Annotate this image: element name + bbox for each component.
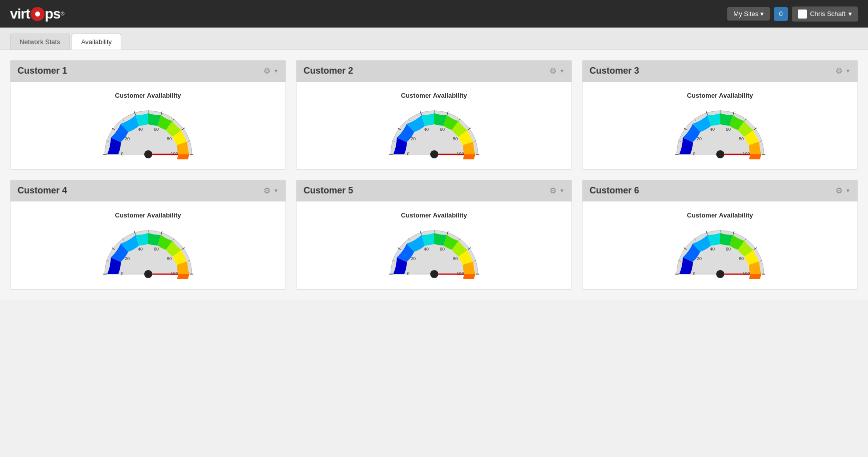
gauge-title-5: Customer Availability xyxy=(401,211,467,219)
panel-body-5: Customer Availability 020406080100 xyxy=(297,201,571,289)
gauge-4: 020406080100 xyxy=(98,224,198,279)
gauge-2: 020406080100 xyxy=(384,104,484,159)
logo-text: virt xyxy=(10,6,30,22)
svg-text:60: 60 xyxy=(154,127,159,132)
header-right: My Sites ▾ 0 Chris Schaft ▾ xyxy=(727,7,858,22)
panel-title-3: Customer 3 xyxy=(590,66,639,76)
panel-body-4: Customer Availability 020406080100 xyxy=(11,201,285,289)
svg-text:20: 20 xyxy=(124,136,129,141)
panel-controls-1: ⚙ ▼ xyxy=(263,66,278,76)
gear-icon-1[interactable]: ⚙ xyxy=(263,66,270,76)
svg-text:80: 80 xyxy=(453,136,458,141)
svg-text:80: 80 xyxy=(167,256,172,261)
panel-body-3: Customer Availability 020406080100 xyxy=(583,82,857,169)
customer-panel-1: Customer 1 ⚙ ▼ Customer Availability 020… xyxy=(10,60,286,170)
panel-title-1: Customer 1 xyxy=(18,66,67,76)
gear-icon-3[interactable]: ⚙ xyxy=(835,66,842,76)
svg-text:0: 0 xyxy=(693,151,695,156)
customer-panel-3: Customer 3 ⚙ ▼ Customer Availability 020… xyxy=(582,60,858,170)
panel-header-2: Customer 2 ⚙ ▼ xyxy=(297,61,571,82)
svg-text:0: 0 xyxy=(693,271,695,276)
svg-text:60: 60 xyxy=(440,127,445,132)
dropdown-arrow-4[interactable]: ▼ xyxy=(273,188,278,193)
panel-body-1: Customer Availability 020406080100 xyxy=(11,82,285,169)
dropdown-arrow-2[interactable]: ▼ xyxy=(559,68,564,74)
customer-panel-2: Customer 2 ⚙ ▼ Customer Availability 020… xyxy=(296,60,572,170)
gauge-1: 020406080100 xyxy=(98,104,198,159)
panel-body-6: Customer Availability 020406080100 xyxy=(583,201,857,289)
svg-point-18 xyxy=(144,150,152,158)
gear-icon-5[interactable]: ⚙ xyxy=(549,186,556,195)
notification-count: 0 xyxy=(779,10,783,18)
svg-text:0: 0 xyxy=(407,271,409,276)
logo: virt ps ® xyxy=(10,6,65,22)
gear-icon-2[interactable]: ⚙ xyxy=(549,66,556,76)
user-name: Chris Schaft xyxy=(810,10,845,18)
gear-icon-6[interactable]: ⚙ xyxy=(835,186,842,195)
dropdown-arrow-5[interactable]: ▼ xyxy=(559,188,564,193)
main-content: Customer 1 ⚙ ▼ Customer Availability 020… xyxy=(0,50,868,300)
svg-text:0: 0 xyxy=(121,271,123,276)
tab-availability[interactable]: Availability xyxy=(72,34,121,50)
panel-controls-2: ⚙ ▼ xyxy=(549,66,564,76)
svg-text:40: 40 xyxy=(709,127,714,132)
notification-badge[interactable]: 0 xyxy=(774,7,788,21)
dropdown-arrow-1[interactable]: ▼ xyxy=(273,68,278,74)
panel-title-5: Customer 5 xyxy=(304,185,353,196)
customer-panel-6: Customer 6 ⚙ ▼ Customer Availability 020… xyxy=(582,180,858,290)
user-avatar xyxy=(798,10,807,19)
panel-controls-5: ⚙ ▼ xyxy=(549,186,564,195)
logo-text2: ps xyxy=(45,6,61,22)
svg-point-94 xyxy=(430,270,438,278)
svg-text:20: 20 xyxy=(696,136,701,141)
gauge-6: 020406080100 xyxy=(670,224,770,279)
panel-title-4: Customer 4 xyxy=(18,185,67,196)
svg-text:20: 20 xyxy=(410,136,415,141)
user-menu-button[interactable]: Chris Schaft ▾ xyxy=(792,7,858,22)
svg-text:0: 0 xyxy=(121,151,123,156)
gauge-title-6: Customer Availability xyxy=(687,211,753,219)
svg-text:60: 60 xyxy=(726,247,731,252)
svg-point-113 xyxy=(716,270,724,278)
panel-controls-3: ⚙ ▼ xyxy=(835,66,850,76)
my-sites-button[interactable]: My Sites ▾ xyxy=(727,7,770,21)
svg-text:60: 60 xyxy=(726,127,731,132)
svg-point-75 xyxy=(144,270,152,278)
gauge-title-1: Customer Availability xyxy=(115,92,181,99)
svg-text:80: 80 xyxy=(167,136,172,141)
logo-trademark: ® xyxy=(61,11,64,17)
svg-text:40: 40 xyxy=(423,127,428,132)
gauge-3: 020406080100 xyxy=(670,104,770,159)
customer-panel-4: Customer 4 ⚙ ▼ Customer Availability 020… xyxy=(10,180,286,290)
header: virt ps ® My Sites ▾ 0 Chris Schaft ▾ xyxy=(0,0,868,28)
svg-point-37 xyxy=(430,150,438,158)
panel-header-4: Customer 4 ⚙ ▼ xyxy=(11,180,285,201)
user-chevron-icon: ▾ xyxy=(848,10,852,18)
svg-text:20: 20 xyxy=(410,256,415,261)
panel-title-6: Customer 6 xyxy=(590,185,639,196)
gauge-title-2: Customer Availability xyxy=(401,92,467,99)
svg-text:60: 60 xyxy=(154,247,159,252)
customer-grid: Customer 1 ⚙ ▼ Customer Availability 020… xyxy=(10,60,858,290)
svg-text:40: 40 xyxy=(137,127,142,132)
tab-network-stats[interactable]: Network Stats xyxy=(10,34,70,50)
my-sites-label: My Sites xyxy=(733,10,758,18)
svg-point-56 xyxy=(716,150,724,158)
dropdown-arrow-6[interactable]: ▼ xyxy=(845,188,850,193)
svg-text:80: 80 xyxy=(739,136,744,141)
my-sites-chevron-icon: ▾ xyxy=(760,10,764,18)
panel-controls-4: ⚙ ▼ xyxy=(263,186,278,195)
svg-text:20: 20 xyxy=(124,256,129,261)
dropdown-arrow-3[interactable]: ▼ xyxy=(845,68,850,74)
svg-text:40: 40 xyxy=(709,247,714,252)
panel-header-6: Customer 6 ⚙ ▼ xyxy=(583,180,857,201)
gauge-5: 020406080100 xyxy=(384,224,484,279)
customer-panel-5: Customer 5 ⚙ ▼ Customer Availability 020… xyxy=(296,180,572,290)
panel-body-2: Customer Availability 020406080100 xyxy=(297,82,571,169)
svg-text:40: 40 xyxy=(423,247,428,252)
svg-text:40: 40 xyxy=(137,247,142,252)
panel-header-5: Customer 5 ⚙ ▼ xyxy=(297,180,571,201)
gear-icon-4[interactable]: ⚙ xyxy=(263,186,270,195)
gauge-title-3: Customer Availability xyxy=(687,92,753,99)
svg-text:20: 20 xyxy=(696,256,701,261)
